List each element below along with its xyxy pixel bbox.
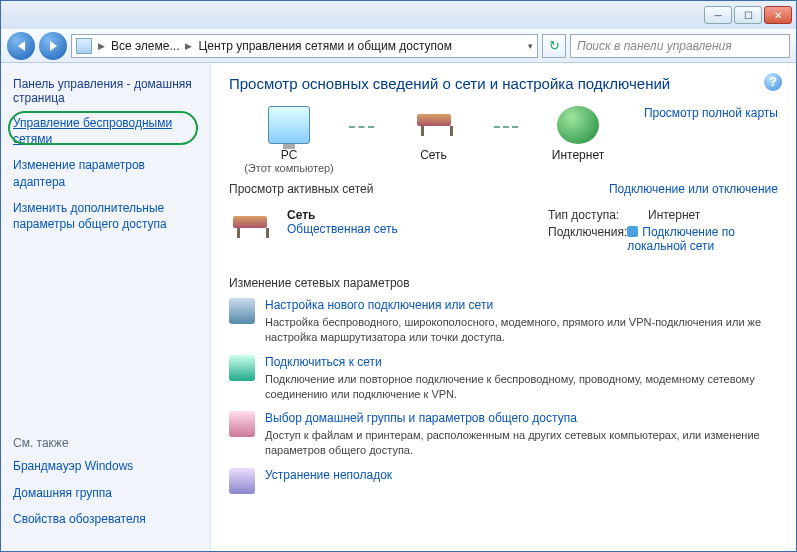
network-name: Сеть [287, 208, 548, 222]
sidebar: Панель управления - домашняя страница Уп… [1, 63, 211, 551]
minimize-button[interactable]: ─ [704, 6, 732, 24]
pc-icon [268, 106, 310, 144]
pc-sublabel: (Этот компьютер) [229, 162, 349, 174]
page-title: Просмотр основных сведений о сети и наст… [229, 75, 778, 92]
bench-icon [229, 208, 277, 248]
seealso-internet-options[interactable]: Свойства обозревателя [13, 511, 198, 527]
troubleshoot-icon [229, 468, 255, 494]
active-networks-header: Просмотр активных сетей Подключение или … [229, 182, 778, 196]
maximize-button[interactable]: ☐ [734, 6, 762, 24]
connect-disconnect-link[interactable]: Подключение или отключение [609, 182, 778, 196]
task-link[interactable]: Устранение неполадок [265, 468, 392, 482]
chevron-right-icon: ▶ [185, 41, 192, 51]
network-changes: Изменение сетевых параметров Настройка н… [229, 276, 778, 494]
homegroup-icon [229, 411, 255, 437]
task-homegroup: Выбор домашней группы и параметров общег… [229, 411, 778, 458]
bench-icon [413, 106, 455, 144]
task-desc: Подключение или повторное подключение к … [265, 372, 778, 402]
seealso-heading: См. также [13, 436, 198, 450]
address-bar[interactable]: ▶ Все элеме... ▶ Центр управления сетями… [71, 34, 538, 58]
task-desc: Доступ к файлам и принтерам, расположенн… [265, 428, 778, 458]
connect-icon [229, 355, 255, 381]
network-meta: Тип доступа: Интернет Подключения: Подкл… [548, 208, 778, 256]
seealso-homegroup[interactable]: Домашняя группа [13, 485, 198, 501]
changes-heading: Изменение сетевых параметров [229, 276, 778, 290]
diagram-line [349, 126, 374, 128]
sidebar-link-wireless[interactable]: Управление беспроводными сетями [13, 115, 198, 147]
pc-label: PC [229, 148, 349, 162]
sidebar-link-label: Управление беспроводными сетями [13, 116, 172, 146]
search-placeholder: Поиск в панели управления [577, 39, 732, 53]
new-connection-icon [229, 298, 255, 324]
network-diagram: PC (Этот компьютер) Сеть Интернет Просмо… [229, 106, 778, 174]
task-link[interactable]: Выбор домашней группы и параметров общег… [265, 411, 577, 425]
connection-link[interactable]: Подключение по локальной сети [627, 225, 735, 253]
nav-toolbar: ▶ Все элеме... ▶ Центр управления сетями… [1, 29, 796, 63]
network-info: Сеть Общественная сеть [287, 208, 548, 256]
globe-icon [557, 106, 599, 144]
access-type-value: Интернет [648, 208, 700, 222]
back-button[interactable] [7, 32, 35, 60]
sidebar-home-link[interactable]: Панель управления - домашняя страница [13, 77, 198, 105]
chevron-right-icon: ▶ [98, 41, 105, 51]
sidebar-link-sharing[interactable]: Изменить дополнительные параметры общего… [13, 200, 198, 232]
seealso-firewall[interactable]: Брандмауэр Windows [13, 458, 198, 474]
network-center-icon [76, 38, 92, 54]
section-label: Просмотр активных сетей [229, 182, 373, 196]
active-network-row: Сеть Общественная сеть Тип доступа: Инте… [229, 202, 778, 266]
network-type-link[interactable]: Общественная сеть [287, 222, 398, 236]
sidebar-link-adapter[interactable]: Изменение параметров адаптера [13, 157, 198, 189]
sidebar-spacer [13, 242, 198, 436]
full-map-link[interactable]: Просмотр полной карты [644, 106, 778, 120]
forward-button[interactable] [39, 32, 67, 60]
main-content: ? Просмотр основных сведений о сети и на… [211, 63, 796, 551]
breadcrumb-segment[interactable]: Центр управления сетями и общим доступом [198, 39, 452, 53]
diagram-network: Сеть [374, 106, 494, 162]
task-link[interactable]: Подключиться к сети [265, 355, 382, 369]
diagram-line [494, 126, 519, 128]
task-troubleshoot: Устранение неполадок [229, 468, 778, 494]
help-icon[interactable]: ? [764, 73, 782, 91]
access-type-label: Тип доступа: [548, 208, 648, 222]
task-new-connection: Настройка нового подключения или сети На… [229, 298, 778, 345]
internet-label: Интернет [518, 148, 638, 162]
window: ─ ☐ ✕ ▶ Все элеме... ▶ Центр управления … [0, 0, 797, 552]
task-desc: Настройка беспроводного, широкополосного… [265, 315, 778, 345]
full-map-link-wrap: Просмотр полной карты [638, 106, 778, 120]
task-link[interactable]: Настройка нового подключения или сети [265, 298, 493, 312]
connections-label: Подключения: [548, 225, 627, 253]
window-body: Панель управления - домашняя страница Уп… [1, 63, 796, 551]
diagram-internet: Интернет [518, 106, 638, 162]
network-label: Сеть [374, 148, 494, 162]
ethernet-icon [627, 226, 638, 237]
address-dropdown-icon[interactable]: ▾ [528, 41, 533, 51]
refresh-button[interactable]: ↻ [542, 34, 566, 58]
diagram-pc: PC (Этот компьютер) [229, 106, 349, 174]
search-input[interactable]: Поиск в панели управления [570, 34, 790, 58]
close-button[interactable]: ✕ [764, 6, 792, 24]
breadcrumb-segment[interactable]: Все элеме... [111, 39, 179, 53]
task-connect: Подключиться к сети Подключение или повт… [229, 355, 778, 402]
titlebar: ─ ☐ ✕ [1, 1, 796, 29]
